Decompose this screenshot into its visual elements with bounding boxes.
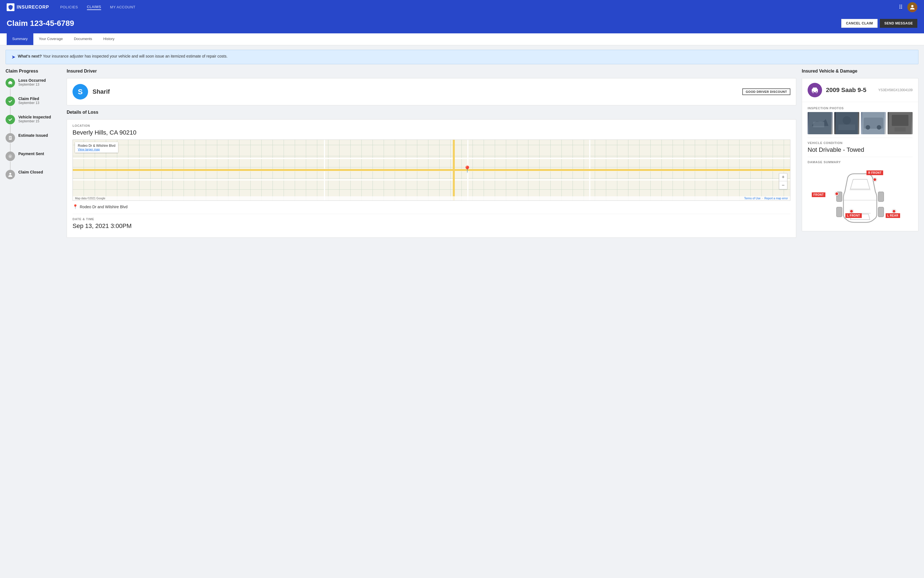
claim-progress-heading: Claim Progress	[6, 69, 61, 74]
svg-point-0	[911, 5, 913, 7]
main-content: Claim Progress Loss Occurred September 1…	[0, 69, 924, 248]
loss-occurred-date: September 13	[18, 83, 46, 86]
payment-sent-title: Payment Sent	[18, 151, 44, 156]
document-icon	[8, 136, 13, 140]
pin-icon: 📍	[73, 204, 78, 209]
photo-2-img	[834, 112, 859, 134]
logo-shield-icon	[8, 5, 13, 10]
vehicle-card-body: INSPECTION PHOTOS	[802, 102, 918, 231]
logo[interactable]: INSURECORP	[6, 3, 49, 11]
nav-right: ⠿	[899, 2, 918, 12]
svg-rect-31	[837, 207, 842, 217]
map-zoom-controls: + −	[779, 173, 787, 189]
svg-point-17	[843, 116, 851, 125]
send-message-button[interactable]: SEND MESSAGE	[880, 19, 918, 28]
notice-bold: What's next?	[18, 54, 42, 58]
photo-thumb-2[interactable]	[834, 112, 859, 134]
svg-rect-18	[838, 125, 855, 130]
nav-policies[interactable]: POLICIES	[60, 5, 78, 10]
progress-label-estimate-issued: Estimate Issued	[18, 133, 48, 138]
map-terms: Terms of Use · Report a map error	[744, 197, 788, 200]
progress-label-loss-occurred: Loss Occurred September 13	[18, 78, 46, 86]
progress-dot-claim-closed	[6, 170, 15, 179]
notice-body: Your insurance adjuster has inspected yo…	[42, 54, 228, 58]
damage-dot-l-front	[850, 209, 853, 213]
map-container[interactable]: Rodeo Dr & Wilshire Blvd View larger map…	[73, 140, 790, 201]
map-link[interactable]: View larger map	[78, 148, 115, 151]
estimate-issued-title: Estimate Issued	[18, 133, 48, 138]
progress-item-estimate-issued: Estimate Issued	[6, 133, 61, 143]
progress-dot-vehicle-inspected	[6, 115, 15, 124]
map-pin: 📍	[463, 166, 471, 173]
logo-text: INSURECORP	[17, 5, 49, 10]
damage-label-front: FRONT	[812, 192, 825, 197]
map-location-row: 📍 Rodeo Dr and Wilshire Blvd	[73, 204, 790, 209]
grid-icon[interactable]: ⠿	[899, 4, 903, 11]
details-card-body: LOCATION Beverly Hills, CA 90210	[67, 120, 796, 237]
details-of-loss-card: LOCATION Beverly Hills, CA 90210	[67, 119, 796, 238]
progress-dot-loss-occurred	[6, 78, 15, 88]
user-avatar-icon	[909, 4, 916, 11]
map-report-text[interactable]: Report a map error	[765, 197, 788, 200]
pin-address: Rodeo Dr and Wilshire Blvd	[80, 205, 128, 209]
photo-thumb-4[interactable]	[888, 112, 913, 134]
avatar[interactable]	[907, 2, 918, 12]
vin-number: YS3EH58GX13004109	[879, 88, 913, 92]
tab-summary[interactable]: Summary	[6, 33, 33, 45]
vehicle-condition-label: VEHICLE CONDITION	[807, 141, 913, 144]
map-footer: Map data ©2021 Google Terms of Use · Rep…	[73, 196, 790, 200]
map-data: Map data ©2021 Google	[75, 197, 105, 200]
progress-dot-claim-filed	[6, 96, 15, 106]
photo-thumb-1[interactable]	[807, 112, 833, 134]
progress-item-claim-closed: Claim Closed	[6, 170, 61, 179]
photo-3-img	[861, 112, 886, 134]
progress-label-vehicle-inspected: Vehicle Inspected September 15	[18, 115, 51, 123]
tab-your-coverage[interactable]: Your Coverage	[33, 33, 68, 45]
photo-thumb-3[interactable]	[861, 112, 886, 134]
map-road-h1	[73, 158, 790, 159]
inspection-photos	[807, 112, 913, 134]
cancel-claim-button[interactable]: CANCEL CLAIM	[841, 19, 878, 28]
section-divider-2	[807, 138, 913, 138]
map-major-road-h	[73, 169, 790, 171]
tab-documents[interactable]: Documents	[68, 33, 98, 45]
insured-driver-heading: Insured Driver	[67, 69, 796, 74]
driver-card-content: S Sharif GOOD DRIVER DISCOUNT	[67, 78, 796, 105]
progress-dot-payment-sent: $	[6, 151, 15, 161]
progress-item-payment-sent: $ Payment Sent	[6, 151, 61, 161]
inspection-photos-label: INSPECTION PHOTOS	[807, 107, 913, 110]
insured-driver-section: Insured Driver S Sharif GOOD DRIVER DISC…	[67, 69, 796, 106]
damage-diagram: R FRONT FRONT L FRONT L REAR	[807, 166, 913, 227]
person-icon	[8, 172, 13, 177]
car-vehicle-icon	[811, 86, 819, 94]
vehicle-inspected-title: Vehicle Inspected	[18, 115, 51, 119]
section-divider-3	[807, 157, 913, 157]
damage-label-r-front: R FRONT	[866, 170, 883, 175]
nav-my-account[interactable]: MY ACCOUNT	[110, 5, 135, 10]
claim-filed-date: September 13	[18, 101, 39, 105]
date-label: DATE & TIME	[73, 218, 790, 221]
tab-history[interactable]: History	[98, 33, 120, 45]
photo-1-img	[807, 112, 833, 134]
damage-summary-label: DAMAGE SUMMARY	[807, 161, 913, 164]
svg-rect-24	[892, 115, 908, 126]
progress-dot-estimate-issued	[6, 133, 15, 143]
progress-item-claim-filed: Claim Filed September 13	[6, 96, 61, 106]
notice-banner: ➤ What's next? Your insurance adjuster h…	[6, 50, 918, 64]
svg-rect-32	[878, 207, 884, 217]
vehicle-header: 2009 Saab 9-5 YS3EH58GX13004109	[802, 78, 918, 102]
claim-filed-title: Claim Filed	[18, 96, 39, 101]
svg-text:$: $	[10, 156, 11, 158]
svg-point-21	[866, 125, 870, 130]
svg-rect-25	[895, 127, 906, 132]
driver-name: Sharif	[92, 88, 738, 95]
vehicle-info: 2009 Saab 9-5	[826, 86, 875, 94]
map-zoom-in[interactable]: +	[779, 174, 787, 181]
map-zoom-out[interactable]: −	[779, 181, 787, 189]
loss-occurred-title: Loss Occurred	[18, 78, 46, 83]
vehicle-name: 2009 Saab 9-5	[826, 86, 875, 94]
map-terms-text[interactable]: Terms of Use	[744, 197, 761, 200]
svg-point-12	[812, 91, 814, 93]
nav-claims[interactable]: CLAIMS	[87, 5, 101, 10]
notice-icon: ➤	[11, 54, 16, 60]
